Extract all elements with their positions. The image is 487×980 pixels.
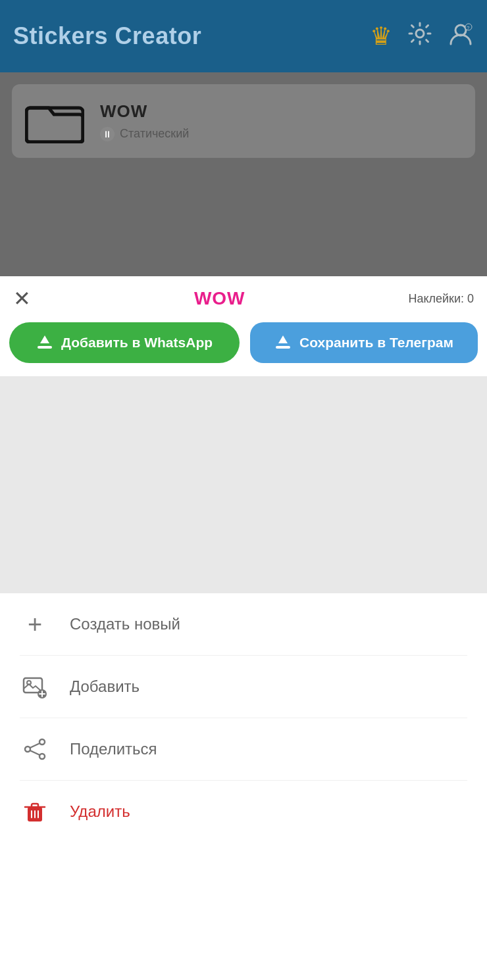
delete-label: Удалить <box>70 802 130 821</box>
add-to-whatsapp-button[interactable]: Добавить в WhatsApp <box>9 322 240 363</box>
svg-rect-7 <box>276 346 290 349</box>
svg-point-15 <box>39 754 45 759</box>
app-header: Stickers Creator ♛ ? <box>0 0 487 72</box>
action-bar: ✕ WOW Наклейки: 0 <box>0 276 487 309</box>
pause-icon <box>100 127 115 141</box>
sticker-count: Наклейки: 0 <box>408 292 474 306</box>
upload-whatsapp-icon <box>36 334 53 351</box>
trash-icon <box>20 799 50 824</box>
upload-telegram-icon <box>274 334 292 351</box>
svg-text:?: ? <box>467 25 470 31</box>
whatsapp-button-label: Добавить в WhatsApp <box>61 335 213 351</box>
pack-type-label: Статический <box>120 127 189 141</box>
close-button[interactable]: ✕ <box>13 288 31 309</box>
header-icons: ♛ ? <box>370 20 474 53</box>
menu-item-share[interactable]: Поделиться <box>20 718 467 781</box>
pack-label: WOW <box>194 288 245 309</box>
create-label: Создать новый <box>70 615 180 633</box>
menu-item-create[interactable]: + Создать новый <box>20 593 467 656</box>
svg-marker-8 <box>278 335 288 343</box>
svg-marker-6 <box>40 335 49 343</box>
pack-card[interactable]: WOW Статический <box>12 84 475 158</box>
share-label: Поделиться <box>70 740 157 758</box>
svg-point-14 <box>39 739 45 745</box>
svg-point-16 <box>25 747 30 752</box>
svg-line-18 <box>30 750 40 755</box>
buttons-row: Добавить в WhatsApp Сохранить в Телеграм <box>0 309 487 376</box>
add-label: Добавить <box>70 677 140 696</box>
pack-area: WOW Статический <box>0 72 487 276</box>
menu-item-delete[interactable]: Удалить <box>20 781 467 843</box>
plus-icon: + <box>20 612 50 637</box>
gear-icon[interactable] <box>407 20 433 53</box>
app-title: Stickers Creator <box>13 22 201 50</box>
telegram-button-label: Сохранить в Телеграм <box>299 335 453 351</box>
save-to-telegram-button[interactable]: Сохранить в Телеграм <box>250 322 478 363</box>
crown-icon[interactable]: ♛ <box>370 22 392 51</box>
menu-item-add[interactable]: Добавить <box>20 656 467 718</box>
add-photo-icon <box>20 674 50 699</box>
pack-name: WOW <box>100 101 189 122</box>
profile-icon[interactable]: ? <box>448 20 474 53</box>
svg-point-0 <box>416 30 424 37</box>
folder-icon <box>25 96 84 146</box>
bottom-menu: + Создать новый Добавить <box>0 593 487 843</box>
pack-info: WOW Статический <box>100 101 189 141</box>
svg-line-17 <box>30 743 40 748</box>
svg-rect-5 <box>38 346 52 349</box>
pack-type: Статический <box>100 127 189 141</box>
share-icon <box>20 737 50 762</box>
sticker-grid <box>0 376 487 593</box>
